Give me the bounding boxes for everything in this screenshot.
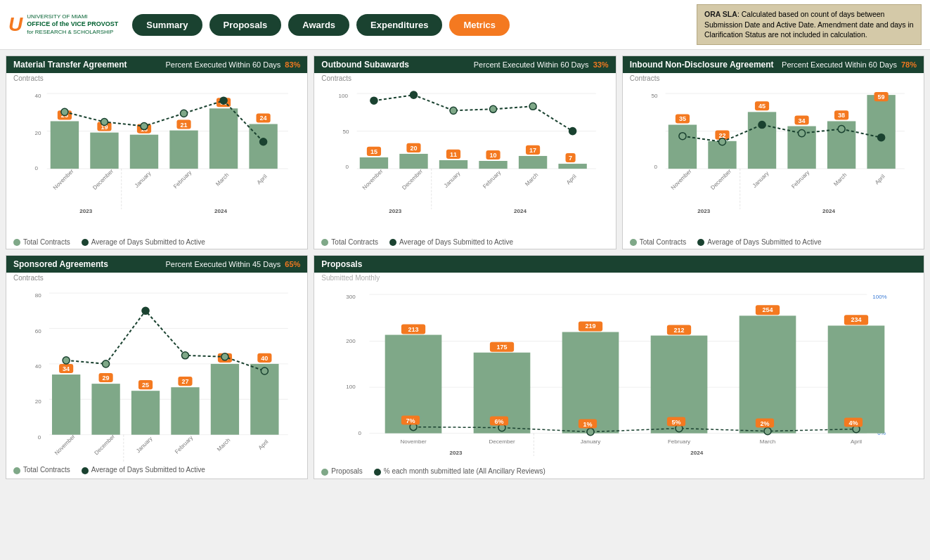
mta-pct-value: 83% [285,60,300,69]
svg-text:5%: 5% [672,419,681,426]
nav-metrics[interactable]: Metrics [449,14,510,36]
proposals-card: Proposals Submitted Monthly 300 200 100 … [314,255,924,478]
svg-text:34: 34 [63,365,70,372]
sa-pct-label: Percent Executed Within 45 Days [165,260,280,268]
nav-awards[interactable]: Awards [288,14,349,36]
svg-text:40: 40 [35,363,41,370]
svg-text:40: 40 [261,355,268,362]
svg-rect-42 [479,161,508,169]
osa-legend: Total Contracts Average of Days Submitte… [314,237,615,249]
svg-text:2024: 2024 [691,450,704,456]
svg-text:254: 254 [763,307,773,314]
svg-text:21: 21 [180,122,187,129]
svg-text:December: December [93,434,117,457]
svg-text:38: 38 [838,112,845,119]
svg-rect-40 [400,154,428,169]
svg-text:100: 100 [339,93,349,99]
svg-point-100 [877,134,884,141]
svg-point-98 [798,130,805,137]
svg-rect-168 [740,316,796,434]
svg-text:11: 11 [450,151,457,158]
svg-text:24: 24 [260,115,267,122]
svg-text:0: 0 [38,434,41,441]
svg-text:April: April [565,174,578,186]
svg-rect-44 [559,164,587,169]
mta-pct-area: Percent Executed Within 60 Days 83% [165,60,300,69]
svg-text:213: 213 [408,326,419,333]
svg-text:November: November [361,168,385,191]
mta-svg: 40 20 0 25 19 18 [13,85,300,234]
mta-subtitle: Contracts [6,73,307,82]
svg-text:February: February [790,169,811,190]
svg-point-22 [220,97,227,104]
svg-text:175: 175 [497,344,508,351]
sa-subtitle: Contracts [6,273,307,282]
svg-text:February: February [668,438,690,445]
nav-summary[interactable]: Summary [132,14,202,36]
nda-pct-label: Percent Executed Within 60 Days [782,60,897,69]
svg-text:April: April [851,438,862,445]
svg-point-57 [370,97,377,104]
svg-text:4%: 4% [849,419,858,426]
svg-text:100%: 100% [873,294,888,301]
osa-chart: 100 50 0 15 20 11 [314,82,615,237]
mta-title: Material Transfer Agreement [13,60,127,70]
svg-text:27: 27 [181,379,188,386]
proposals-chart: 300 200 100 0 100% 50% 0% [314,283,924,466]
svg-text:December: December [489,438,515,445]
svg-point-140 [142,308,149,315]
svg-rect-120 [52,375,80,435]
svg-text:January: January [751,170,770,189]
svg-text:50: 50 [343,129,349,135]
nda-chart: 50 0 35 22 45 [623,82,924,237]
svg-text:November: November [670,168,693,191]
nda-title: Inbound Non-Disclosure Agreement [630,60,774,70]
svg-text:March: March [524,171,540,187]
nda-pct-value: 78% [901,60,917,69]
svg-text:20: 20 [35,130,41,136]
svg-text:2023: 2023 [389,208,402,214]
svg-point-96 [718,138,725,145]
svg-text:10: 10 [490,152,497,159]
svg-point-62 [569,128,576,135]
sa-chart: 80 60 40 20 0 34 [6,282,307,464]
svg-text:219: 219 [586,323,596,330]
osa-pct-area: Percent Executed Within 60 Days 33% [474,60,609,69]
sa-header: Sponsored Agreements Percent Executed Wi… [6,256,307,273]
proposals-header: Proposals [314,256,924,273]
svg-rect-79 [747,112,775,169]
svg-text:45: 45 [758,103,766,110]
sa-legend: Total Contracts Average of Days Submitte… [6,464,307,476]
osa-svg: 100 50 0 15 20 11 [321,85,608,234]
svg-text:April: April [874,174,886,186]
svg-text:0: 0 [654,164,657,170]
sa-pct-area: Percent Executed Within 45 Days 65% [165,260,300,268]
svg-text:March: March [760,438,775,445]
svg-point-138 [63,357,70,364]
svg-point-20 [141,123,148,130]
mta-chart: 40 20 0 25 19 18 [6,82,307,237]
svg-text:80: 80 [35,293,41,299]
mta-header: Material Transfer Agreement Percent Exec… [6,56,307,73]
nav-expenditures[interactable]: Expenditures [356,14,442,36]
mta-pct-label: Percent Executed Within 60 Days [165,60,280,69]
svg-text:2024: 2024 [514,208,527,214]
svg-rect-166 [562,332,619,434]
osa-subtitle: Contracts [314,73,615,82]
svg-text:0: 0 [346,164,349,170]
svg-rect-77 [668,125,696,169]
svg-text:2023: 2023 [450,450,463,456]
mta-bar-5 [209,108,238,169]
svg-text:7%: 7% [406,417,415,424]
mta-legend: Total Contracts Average of Days Submitte… [6,237,307,249]
mta-bar-3 [130,135,158,169]
dashboard: Material Transfer Agreement Percent Exec… [0,50,930,485]
svg-text:March: March [214,171,230,187]
nav-proposals[interactable]: Proposals [209,14,282,36]
osa-pct-label: Percent Executed Within 60 Days [474,60,589,69]
svg-text:December: December [91,168,115,191]
svg-text:January: January [443,170,462,189]
svg-point-143 [261,367,268,375]
svg-text:34: 34 [798,117,805,124]
logo-u-icon: U [8,15,22,34]
